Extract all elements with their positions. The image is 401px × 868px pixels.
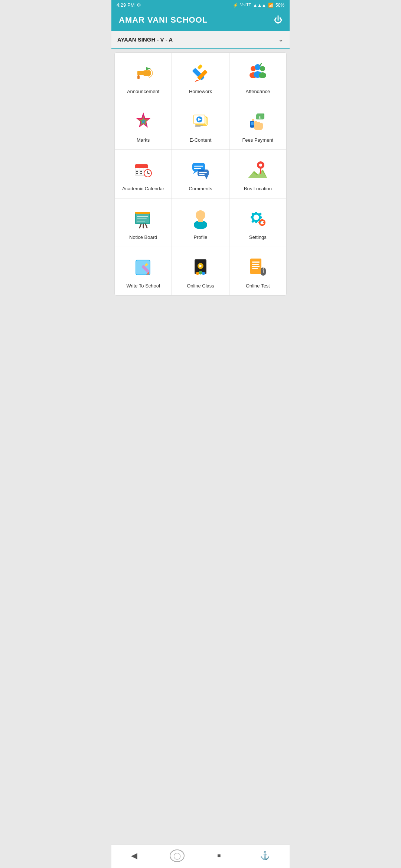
- svg-point-100: [202, 272, 205, 275]
- bluetooth-icon: ⚡: [233, 3, 238, 8]
- svg-marker-50: [193, 171, 198, 174]
- online-class-icon: [189, 256, 212, 279]
- svg-point-40: [136, 171, 138, 172]
- fees-icon: $: [246, 110, 270, 134]
- svg-rect-105: [252, 268, 258, 269]
- svg-marker-58: [248, 170, 267, 178]
- svg-rect-1: [137, 71, 144, 75]
- svg-point-98: [196, 272, 199, 275]
- svg-line-63: [140, 224, 141, 228]
- grid-item-calendar[interactable]: Academic Calendar: [115, 150, 172, 198]
- svg-line-64: [146, 224, 147, 228]
- svg-rect-75: [255, 212, 257, 214]
- user-selector[interactable]: AYAAN SINGH - V - A ⌄: [111, 31, 290, 49]
- svg-point-43: [136, 173, 138, 174]
- marks-label: Marks: [137, 137, 150, 143]
- svg-rect-87: [258, 222, 260, 223]
- svg-rect-76: [255, 220, 257, 223]
- svg-point-84: [261, 221, 263, 224]
- app-header: AMAR VANI SCHOOL ⏻: [111, 10, 290, 31]
- grid-item-notice-board[interactable]: Notice Board: [115, 198, 172, 247]
- svg-point-48: [147, 172, 148, 174]
- status-right: ⚡ VoLTE ▲▲▲ 📶 58%: [233, 3, 284, 8]
- back-button[interactable]: ◀: [124, 849, 144, 863]
- attendance-icon: [246, 61, 270, 85]
- grid-item-comments[interactable]: Comments: [172, 150, 229, 198]
- econtent-label: E-Content: [190, 137, 212, 143]
- online-class-label: Online Class: [187, 283, 214, 289]
- power-button[interactable]: ⏻: [274, 15, 282, 25]
- svg-point-74: [255, 216, 258, 219]
- svg-rect-103: [252, 264, 259, 265]
- status-bar: 4:29 PM ⚙ ⚡ VoLTE ▲▲▲ 📶 58%: [111, 0, 290, 10]
- chevron-down-icon: ⌄: [278, 35, 284, 43]
- svg-rect-32: [251, 122, 254, 125]
- notice-board-icon: [131, 207, 155, 231]
- recents-button[interactable]: ■: [211, 850, 228, 861]
- status-left: 4:29 PM ⚙: [117, 2, 141, 8]
- svg-rect-102: [252, 262, 260, 263]
- svg-rect-88: [263, 222, 265, 223]
- write-to-school-label: Write To School: [126, 283, 160, 289]
- online-test-icon: [246, 256, 270, 279]
- svg-rect-77: [251, 216, 253, 218]
- attendance-label: Attendance: [245, 89, 270, 94]
- svg-point-60: [259, 164, 262, 167]
- svg-point-109: [263, 269, 264, 270]
- menu-grid: Announcement Homework: [114, 52, 287, 296]
- write-to-school-icon: [131, 256, 155, 279]
- calendar-icon: [131, 158, 155, 182]
- fees-label: Fees Payment: [242, 137, 273, 143]
- user-name: AYAAN SINGH - V - A: [117, 36, 173, 43]
- grid-item-attendance[interactable]: Attendance: [229, 53, 286, 101]
- notice-board-label: Notice Board: [129, 234, 157, 240]
- bus-location-icon: [246, 158, 270, 182]
- comments-icon: [189, 158, 212, 182]
- svg-rect-66: [135, 212, 150, 214]
- svg-marker-5: [195, 80, 199, 82]
- announcement-label: Announcement: [127, 89, 159, 94]
- settings-icon: [246, 207, 270, 231]
- svg-marker-54: [205, 176, 208, 179]
- bottom-navigation: ◀ ◯ ■ ⚓: [111, 845, 290, 868]
- profile-icon: [189, 207, 212, 231]
- marks-icon: [131, 110, 155, 134]
- grid-item-settings[interactable]: Settings: [229, 198, 286, 247]
- home-button[interactable]: ◯: [170, 849, 185, 862]
- grid-item-write-to-school[interactable]: Write To School: [115, 247, 172, 295]
- wifi-icon: 📶: [268, 3, 274, 8]
- grid-item-bus-location[interactable]: Bus Location: [229, 150, 286, 198]
- online-test-label: Online Test: [246, 283, 270, 289]
- grid-item-profile[interactable]: Profile: [172, 198, 229, 247]
- grid-item-online-class[interactable]: Online Class: [172, 247, 229, 295]
- svg-rect-6: [197, 64, 202, 69]
- svg-point-13: [259, 72, 266, 78]
- settings-icon: ⚙: [137, 2, 141, 8]
- grid-item-marks[interactable]: Marks: [115, 101, 172, 149]
- calendar-label: Academic Calendar: [122, 186, 164, 191]
- comments-label: Comments: [189, 186, 212, 191]
- svg-rect-85: [261, 219, 263, 221]
- econtent-icon: [189, 110, 212, 134]
- battery-display: 58%: [276, 3, 284, 8]
- time-display: 4:29 PM: [117, 2, 134, 8]
- signal-icon: ▲▲▲: [253, 3, 266, 8]
- svg-point-44: [140, 173, 142, 174]
- grid-item-online-test[interactable]: Online Test: [229, 247, 286, 295]
- svg-rect-86: [261, 224, 263, 226]
- grid-item-econtent[interactable]: E-Content: [172, 101, 229, 149]
- grid-item-fees[interactable]: $ Fees Payment: [229, 101, 286, 149]
- grid-item-homework[interactable]: Homework: [172, 53, 229, 101]
- grid-item-announcement[interactable]: Announcement: [115, 53, 172, 101]
- profile-label: Profile: [194, 234, 208, 240]
- settings-label: Settings: [249, 234, 267, 240]
- svg-rect-2: [137, 75, 140, 79]
- volte-icon: VoLTE: [240, 3, 251, 7]
- bus-location-label: Bus Location: [244, 186, 272, 191]
- app-title: AMAR VANI SCHOOL: [119, 15, 208, 25]
- homework-icon: [189, 61, 212, 85]
- homework-label: Homework: [189, 89, 212, 94]
- svg-point-12: [260, 66, 265, 71]
- svg-rect-72: [198, 219, 203, 222]
- accessibility-button[interactable]: ⚓: [253, 849, 277, 863]
